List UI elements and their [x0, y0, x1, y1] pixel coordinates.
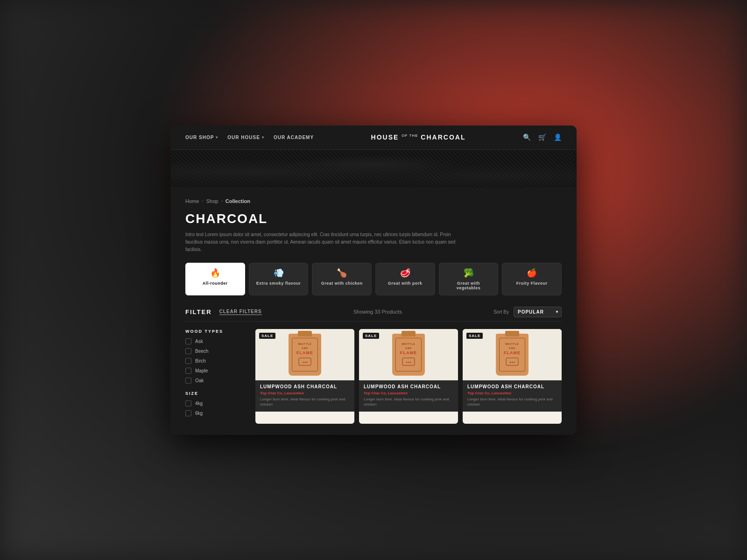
search-icon[interactable]: 🔍 — [523, 133, 531, 141]
nav-academy-label: OUR ACADEMY — [274, 135, 314, 140]
page-title: CHARCOAL — [185, 211, 562, 226]
hero-banner — [170, 150, 577, 187]
breadcrumb-sep-1: › — [202, 198, 203, 203]
product-bag-1: WHITTLE AND FLAME ★★★ — [289, 334, 321, 376]
category-all-rounder[interactable]: 🔥 All-rounder — [185, 263, 245, 295]
product-desc-3: Longer burn time, ideal flavour for cook… — [467, 397, 557, 407]
category-fruity-flavour[interactable]: 🍎 Fruity Flavour — [502, 263, 562, 295]
breadcrumb-shop[interactable]: Shop — [206, 198, 218, 204]
nav-item-academy[interactable]: OUR ACADEMY — [274, 135, 314, 140]
nav-item-shop[interactable]: OUR SHOP ▾ — [185, 135, 218, 140]
category-great-chicken[interactable]: 🍗 Great with chicken — [312, 263, 372, 295]
filter-beech[interactable]: Beech — [185, 348, 246, 354]
sort-wrapper: POPULAR PRICE LOW PRICE HIGH NEWEST — [514, 307, 562, 317]
sale-badge-1: SALE — [259, 333, 275, 339]
breadcrumb: Home › Shop › Collection — [185, 198, 562, 204]
product-info-3: LUMPWOOD ASH CHARCOAL Top Char Co, Lanca… — [463, 380, 562, 412]
filter-ask[interactable]: Ask — [185, 338, 246, 344]
svg-text:★★★: ★★★ — [302, 361, 308, 364]
label-6kg: 6kg — [195, 411, 203, 416]
breadcrumb-home[interactable]: Home — [185, 198, 199, 204]
products-grid: SALE WHITTLE AND FLAME ★★★ — [255, 329, 562, 424]
filter-6kg[interactable]: 6kg — [185, 410, 246, 416]
site-logo[interactable]: HOUSE OF THE CHARCOAL — [371, 133, 466, 141]
filter-4kg[interactable]: 4kg — [185, 400, 246, 406]
main-layout: WOOD TYPES Ask Beech Birch — [185, 329, 562, 424]
svg-text:★★★: ★★★ — [509, 361, 515, 364]
bag-logo-icon: ★★★ — [298, 357, 312, 366]
main-window: OUR SHOP ▾ OUR HOUSE ▾ OUR ACADEMY HOUSE… — [170, 126, 577, 435]
bag-inner-3: WHITTLE AND FLAME ★★★ — [499, 338, 525, 371]
bag-logo-icon-3: ★★★ — [505, 357, 519, 366]
bag-inner-2: WHITTLE AND FLAME ★★★ — [395, 338, 422, 371]
fruity-flavour-icon: 🍎 — [527, 268, 537, 278]
house-chevron-icon: ▾ — [262, 135, 264, 140]
checkbox-maple[interactable] — [185, 368, 191, 374]
label-maple: Maple — [195, 368, 208, 373]
great-chicken-label: Great with chicken — [321, 281, 363, 286]
wood-types-title: WOOD TYPES — [185, 329, 246, 334]
user-icon[interactable]: 👤 — [554, 133, 562, 141]
extra-smoky-label: Extra smoky flavour — [256, 281, 301, 286]
nav-house-label: OUR HOUSE — [227, 135, 260, 140]
sort-select[interactable]: POPULAR PRICE LOW PRICE HIGH NEWEST — [514, 307, 562, 317]
product-name-1: LUMPWOOD ASH CHARCOAL — [260, 384, 350, 389]
checkbox-6kg[interactable] — [185, 410, 191, 416]
category-great-vegetables[interactable]: 🥦 Great with vegetables — [439, 263, 499, 295]
product-card-2[interactable]: SALE WHITTLE AND FLAME ★★★ — [359, 329, 458, 424]
nav-item-house[interactable]: OUR HOUSE ▾ — [227, 135, 264, 140]
product-card-1[interactable]: SALE WHITTLE AND FLAME ★★★ — [255, 329, 354, 424]
category-filter-row: 🔥 All-rounder 💨 Extra smoky flavour 🍗 Gr… — [185, 263, 562, 295]
product-bag-2: WHITTLE AND FLAME ★★★ — [392, 334, 425, 376]
sale-badge-2: SALE — [363, 333, 379, 339]
product-desc-2: Longer burn time, ideal flavour for cook… — [364, 397, 453, 407]
sale-badge-3: SALE — [466, 333, 483, 339]
product-brand-2: Top Char Co, Lancashire — [364, 391, 453, 395]
size-section: SIZE 4kg 6kg — [185, 391, 246, 416]
category-great-pork[interactable]: 🥩 Great with pork — [375, 263, 435, 295]
clear-filters-button[interactable]: CLEAR FILTERS — [219, 309, 262, 315]
product-card-3[interactable]: SALE WHITTLE AND FLAME ★★★ — [463, 329, 562, 424]
product-img-3: SALE WHITTLE AND FLAME ★★★ — [463, 329, 562, 380]
great-pork-icon: 🥩 — [400, 268, 410, 278]
nav-right: 🔍 🛒 👤 — [523, 133, 562, 141]
checkbox-ask[interactable] — [185, 338, 191, 344]
great-vegetables-label: Great with vegetables — [445, 281, 493, 290]
breadcrumb-collection[interactable]: Collection — [226, 198, 250, 204]
checkbox-4kg[interactable] — [185, 400, 191, 406]
checkbox-oak[interactable] — [185, 378, 191, 384]
filter-maple[interactable]: Maple — [185, 368, 246, 374]
checkbox-birch[interactable] — [185, 358, 191, 364]
filter-birch[interactable]: Birch — [185, 358, 246, 364]
category-extra-smoky[interactable]: 💨 Extra smoky flavour — [249, 263, 309, 295]
extra-smoky-icon: 💨 — [274, 268, 284, 278]
filter-title: FILTER — [185, 308, 212, 315]
filter-left: FILTER CLEAR FILTERS — [185, 308, 262, 315]
sidebar-filters: WOOD TYPES Ask Beech Birch — [185, 329, 246, 424]
breadcrumb-sep-2: › — [221, 198, 222, 203]
cart-icon[interactable]: 🛒 — [538, 133, 546, 141]
label-oak: Oak — [195, 378, 204, 383]
label-4kg: 4kg — [195, 401, 203, 406]
great-pork-label: Great with pork — [388, 281, 423, 286]
product-name-3: LUMPWOOD ASH CHARCOAL — [467, 384, 557, 389]
navbar: OUR SHOP ▾ OUR HOUSE ▾ OUR ACADEMY HOUSE… — [170, 126, 577, 150]
filter-oak[interactable]: Oak — [185, 378, 246, 384]
nav-left: OUR SHOP ▾ OUR HOUSE ▾ OUR ACADEMY — [185, 135, 314, 140]
nav-shop-label: OUR SHOP — [185, 135, 214, 140]
product-desc-1: Longer burn time, ideal flavour for cook… — [260, 397, 350, 407]
checkbox-beech[interactable] — [185, 348, 191, 354]
sort-row: Sort By POPULAR PRICE LOW PRICE HIGH NEW… — [493, 307, 562, 317]
great-chicken-icon: 🍗 — [337, 268, 347, 278]
all-rounder-icon: 🔥 — [210, 268, 220, 278]
showing-products-count: Showing 33 Products — [353, 309, 402, 315]
great-vegetables-icon: 🥦 — [464, 268, 474, 278]
filter-bar: FILTER CLEAR FILTERS Showing 33 Products… — [185, 307, 562, 322]
size-title: SIZE — [185, 391, 246, 396]
label-ask: Ask — [195, 339, 203, 344]
bag-inner-1: WHITTLE AND FLAME ★★★ — [292, 338, 318, 371]
product-name-2: LUMPWOOD ASH CHARCOAL — [364, 384, 453, 389]
all-rounder-label: All-rounder — [203, 281, 228, 286]
product-img-1: SALE WHITTLE AND FLAME ★★★ — [255, 329, 354, 380]
product-info-2: LUMPWOOD ASH CHARCOAL Top Char Co, Lanca… — [359, 380, 458, 412]
